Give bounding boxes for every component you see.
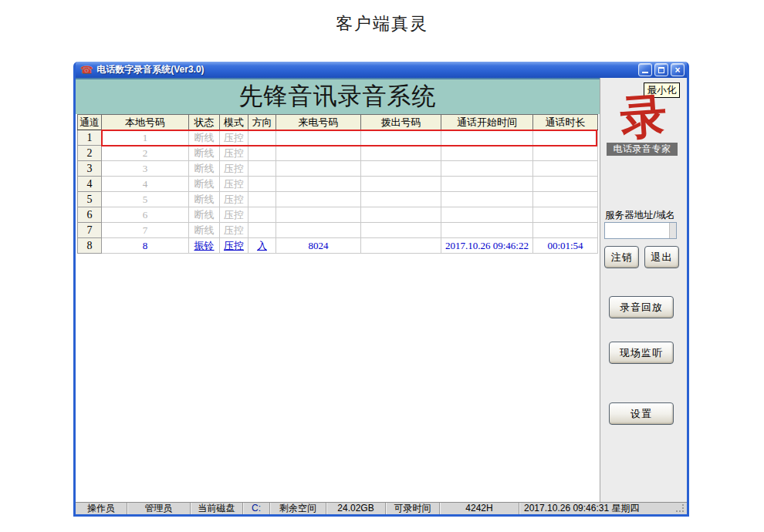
cell-mode: 压控 bbox=[220, 161, 248, 177]
cell-caller bbox=[276, 146, 361, 161]
cell-start bbox=[441, 177, 533, 192]
cell-mode: 压控 bbox=[220, 223, 248, 238]
close-icon[interactable]: × bbox=[671, 63, 685, 76]
cell-duration bbox=[533, 130, 598, 146]
column-header-3: 状态 bbox=[189, 115, 220, 130]
status-item-3: 当前磁盘 bbox=[190, 503, 242, 514]
cell-local: 6 bbox=[102, 207, 189, 223]
cell-mode: 压控 bbox=[220, 207, 248, 223]
sidebar: 最小化 录 电话录音专家 服务器地址/域名 注销 退出 录音回放 现场监听 设置 bbox=[600, 78, 687, 502]
status-item-9: 2017.10.26 09:46:31 星期四 bbox=[519, 503, 687, 514]
cell-duration: 00:01:54 bbox=[533, 238, 598, 254]
cell-caller bbox=[276, 177, 361, 192]
cell-local: 3 bbox=[102, 161, 189, 177]
status-item-8: 4242H bbox=[439, 503, 519, 514]
cell-start bbox=[441, 192, 533, 207]
status-item-4: C: bbox=[242, 503, 269, 514]
status-item-5: 剩余空间 bbox=[269, 503, 326, 514]
cell-channel: 3 bbox=[78, 161, 102, 177]
column-header-1: 通道 bbox=[78, 115, 102, 130]
channel-row-8[interactable]: 88振铃压控入80242017.10.26 09:46:2200:01:54 bbox=[78, 238, 598, 254]
column-header-2: 本地号码 bbox=[102, 115, 189, 130]
cell-local: 5 bbox=[102, 192, 189, 207]
cell-mode: 压控 bbox=[220, 192, 248, 207]
exit-button[interactable]: 退出 bbox=[644, 246, 679, 268]
cell-direction bbox=[248, 161, 276, 177]
cell-caller bbox=[276, 161, 361, 177]
cell-dialed bbox=[361, 238, 441, 254]
minimize-icon[interactable] bbox=[638, 63, 652, 76]
cell-dialed bbox=[361, 146, 441, 161]
column-header-7: 拨出号码 bbox=[361, 115, 441, 130]
minimize-glyph bbox=[642, 67, 648, 73]
cell-duration bbox=[533, 223, 598, 238]
telephone-icon: ☎ bbox=[80, 65, 93, 75]
status-item-7: 可录时间 bbox=[385, 503, 439, 514]
cell-status: 断线 bbox=[189, 192, 220, 207]
cell-mode: 压控 bbox=[220, 130, 248, 146]
channel-row-7[interactable]: 77断线压控 bbox=[78, 223, 598, 238]
cell-direction bbox=[248, 130, 276, 146]
monitor-button[interactable]: 现场监听 bbox=[609, 342, 674, 364]
status-item-1: 操作员 bbox=[76, 503, 127, 514]
cell-caller: 8024 bbox=[276, 238, 361, 254]
cell-mode: 压控 bbox=[220, 146, 248, 161]
channel-row-5[interactable]: 55断线压控 bbox=[78, 192, 598, 207]
cell-start: 2017.10.26 09:46:22 bbox=[441, 238, 533, 254]
status-item-6: 24.02GB bbox=[326, 503, 385, 514]
cell-channel: 1 bbox=[78, 130, 102, 146]
logout-button[interactable]: 注销 bbox=[604, 246, 639, 268]
logo: 录 bbox=[599, 86, 689, 147]
cell-status: 断线 bbox=[189, 177, 220, 192]
cell-local: 1 bbox=[102, 130, 189, 146]
channel-row-4[interactable]: 44断线压控 bbox=[78, 177, 598, 192]
cell-local: 2 bbox=[102, 146, 189, 161]
channel-row-3[interactable]: 33断线压控 bbox=[78, 161, 598, 177]
cell-dialed bbox=[361, 192, 441, 207]
cell-direction bbox=[248, 223, 276, 238]
table-header-row: 通道本地号码状态模式方向来电号码拨出号码通话开始时间通话时长 bbox=[78, 115, 598, 130]
cell-start bbox=[441, 146, 533, 161]
window-titlebar[interactable]: ☎ 电话数字录音系统(Ver3.0) × bbox=[76, 62, 687, 78]
cell-start bbox=[441, 130, 533, 146]
cell-status: 断线 bbox=[189, 207, 220, 223]
banner-title: 先锋音讯录音系统 bbox=[76, 78, 600, 114]
channel-row-2[interactable]: 22断线压控 bbox=[78, 146, 598, 161]
cell-local: 4 bbox=[102, 177, 189, 192]
cell-direction bbox=[248, 177, 276, 192]
cell-dialed bbox=[361, 223, 441, 238]
status-bar: 操作员管理员当前磁盘C:剩余空间24.02GB可录时间4242H2017.10.… bbox=[76, 502, 687, 514]
cell-duration bbox=[533, 161, 598, 177]
cell-dialed bbox=[361, 207, 441, 223]
maximize-glyph bbox=[658, 67, 664, 73]
server-address-field bbox=[604, 222, 677, 239]
cell-direction bbox=[248, 192, 276, 207]
settings-button[interactable]: 设置 bbox=[609, 402, 674, 425]
desktop: 客户端真灵 ☎ 电话数字录音系统(Ver3.0) × 先锋音讯录音系统 bbox=[0, 0, 764, 532]
cell-status: 断线 bbox=[189, 146, 220, 161]
cell-direction: 入 bbox=[248, 238, 276, 254]
column-header-4: 模式 bbox=[220, 115, 248, 130]
cell-dialed bbox=[361, 161, 441, 177]
cell-duration bbox=[533, 207, 598, 223]
column-header-8: 通话开始时间 bbox=[441, 115, 533, 130]
cell-start bbox=[441, 207, 533, 223]
server-address-input[interactable] bbox=[605, 223, 669, 238]
server-address-label: 服务器地址/域名 bbox=[605, 209, 675, 222]
window-controls: × bbox=[636, 63, 685, 76]
cell-status: 断线 bbox=[189, 130, 220, 146]
cell-dialed bbox=[361, 130, 441, 146]
app-window: ☎ 电话数字录音系统(Ver3.0) × 先锋音讯录音系统 通道本地号 bbox=[73, 62, 689, 517]
resize-grip[interactable] bbox=[676, 504, 685, 513]
cell-duration bbox=[533, 192, 598, 207]
channel-row-1[interactable]: 11断线压控 bbox=[78, 130, 598, 146]
cell-start bbox=[441, 161, 533, 177]
maximize-icon[interactable] bbox=[654, 63, 668, 76]
input-scrollbar[interactable] bbox=[669, 223, 676, 238]
playback-button[interactable]: 录音回放 bbox=[609, 296, 674, 318]
channel-row-6[interactable]: 66断线压控 bbox=[78, 207, 598, 223]
logo-caption: 电话录音专家 bbox=[607, 143, 678, 156]
cell-channel: 5 bbox=[78, 192, 102, 207]
cell-status: 振铃 bbox=[189, 238, 220, 254]
cell-local: 7 bbox=[102, 223, 189, 238]
